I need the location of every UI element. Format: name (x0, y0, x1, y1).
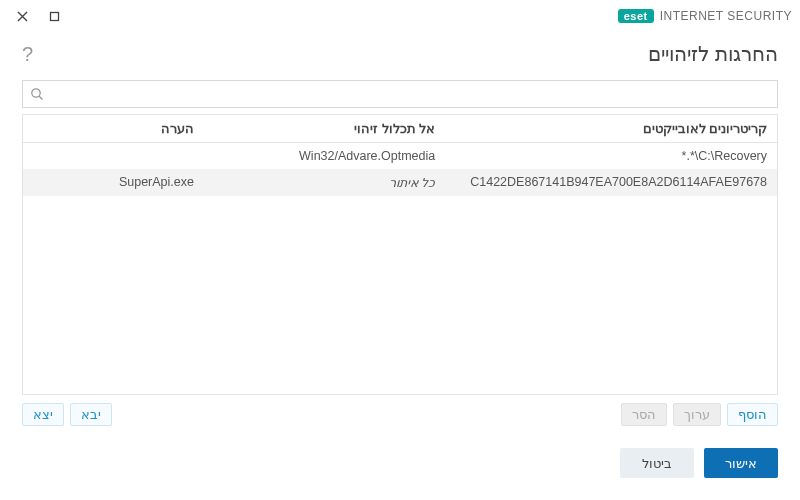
search-field[interactable] (22, 80, 778, 108)
svg-rect-0 (50, 12, 58, 20)
brand-product: INTERNET SECURITY (660, 9, 792, 23)
cell-detection: כל איתור (204, 169, 445, 196)
svg-line-2 (39, 96, 42, 99)
brand: eset INTERNET SECURITY (618, 9, 792, 23)
cancel-button[interactable]: ביטול (620, 448, 694, 478)
cell-comment (23, 143, 204, 169)
ok-button[interactable]: אישור (704, 448, 778, 478)
table-row[interactable]: C1422DE867141B947EA700E8A2D6114AFAE97678… (23, 169, 777, 196)
col-header-comment[interactable]: הערה (23, 115, 204, 142)
cell-criteria: C1422DE867141B947EA700E8A2D6114AFAE97678 (445, 169, 777, 196)
edit-button[interactable]: ערוך (673, 403, 721, 426)
cell-criteria: *.*\C:\Recovery (445, 143, 777, 169)
help-icon[interactable]: ? (22, 43, 33, 66)
table-header: קריטריונים לאובייקטים אל תכלול זיהוי הער… (23, 115, 777, 143)
exclusions-table: קריטריונים לאובייקטים אל תכלול זיהוי הער… (22, 114, 778, 395)
add-button[interactable]: הוסף (727, 403, 778, 426)
brand-badge: eset (618, 9, 654, 23)
cell-comment: SuperApi.exe (23, 169, 204, 196)
svg-point-1 (32, 89, 40, 97)
toolbar: הוסף ערוך הסר יבא יצא (22, 395, 778, 426)
close-icon[interactable] (8, 4, 36, 28)
col-header-criteria[interactable]: קריטריונים לאובייקטים (445, 115, 777, 142)
table-row[interactable]: *.*\C:\RecoveryWin32/Advare.Optmedia (23, 143, 777, 169)
search-icon (23, 81, 51, 107)
dialog-footer: אישור ביטול (0, 426, 800, 500)
export-button[interactable]: יצא (22, 403, 64, 426)
col-header-detection[interactable]: אל תכלול זיהוי (204, 115, 445, 142)
maximize-icon[interactable] (40, 4, 68, 28)
cell-detection: Win32/Advare.Optmedia (204, 143, 445, 169)
import-button[interactable]: יבא (70, 403, 112, 426)
page-title: החרגות לזיהויים (648, 42, 778, 66)
remove-button[interactable]: הסר (621, 403, 667, 426)
search-input[interactable] (51, 81, 777, 107)
